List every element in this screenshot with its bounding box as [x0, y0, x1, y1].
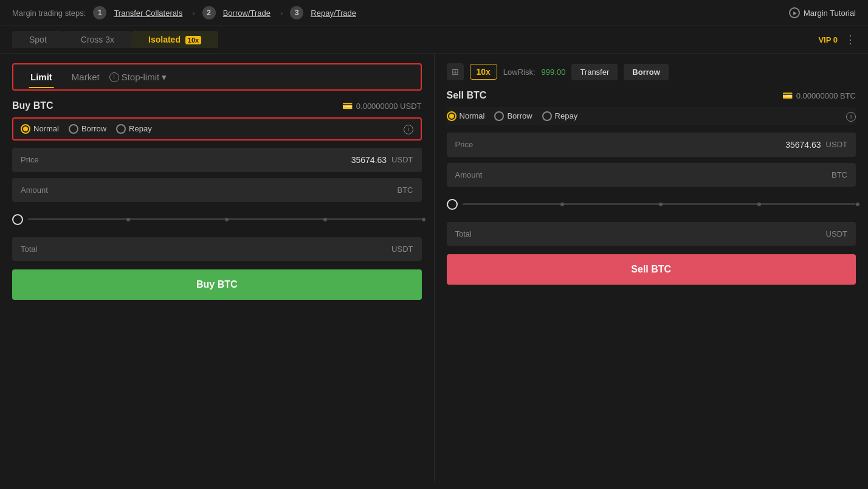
tab-right-actions: VIP 0 ⋮ — [818, 33, 856, 46]
step2-link[interactable]: Borrow/Trade — [223, 9, 270, 18]
vip-badge: VIP 0 — [818, 35, 838, 44]
tab-spot[interactable]: Spot — [12, 31, 64, 48]
buy-slider-tick-1 — [126, 218, 130, 221]
wallet-icon-buy: 💳 — [342, 101, 353, 111]
sell-radio-borrow[interactable]: Borrow — [494, 111, 532, 121]
sell-amount-unit: BTC — [832, 170, 847, 179]
sell-borrow-label: Borrow — [507, 111, 532, 120]
step3-num: 3 — [290, 6, 303, 19]
sell-total-field[interactable]: Total USDT — [447, 222, 856, 246]
sell-amount-right: BTC — [827, 170, 847, 179]
sell-radio-row: Normal Borrow Repay i — [447, 107, 856, 125]
calculator-btn[interactable]: ⊞ — [447, 63, 464, 80]
sell-total-unit: USDT — [826, 229, 847, 238]
main-content: Limit Market i Stop-limit ▾ Buy BTC 💳 0.… — [0, 54, 868, 482]
sell-radio-info[interactable]: i — [846, 111, 856, 122]
top-bar: Margin trading steps: 1 Transfer Collate… — [0, 0, 868, 26]
wallet-icon-sell: 💳 — [782, 91, 793, 100]
buy-slider-row[interactable] — [12, 208, 422, 231]
sell-radio-normal[interactable]: Normal — [447, 111, 485, 121]
play-icon — [789, 7, 800, 18]
stoplimit-arrow: ▾ — [162, 72, 167, 83]
sell-slider-tick-4 — [856, 203, 859, 206]
sell-radio-repay[interactable]: Repay — [542, 111, 578, 121]
sell-repay-circle — [542, 111, 552, 121]
sell-normal-label: Normal — [460, 111, 485, 120]
step-arrow-1: › — [192, 9, 195, 18]
buy-amount-label: Amount — [21, 186, 48, 195]
sell-slider-tick-1 — [560, 203, 564, 206]
sell-repay-label: Repay — [555, 111, 578, 120]
buy-info-circle: i — [404, 125, 413, 134]
buy-repay-circle — [116, 124, 126, 134]
buy-radio-info[interactable]: i — [404, 123, 413, 134]
tab-isolated[interactable]: Isolated 10x — [131, 31, 218, 48]
buy-panel: Limit Market i Stop-limit ▾ Buy BTC 💳 0.… — [0, 54, 435, 482]
buy-normal-label: Normal — [33, 124, 59, 133]
sell-total-label: Total — [455, 229, 472, 238]
sell-amount-field[interactable]: Amount BTC — [447, 163, 856, 187]
lowrisk-label: LowRisk: — [503, 68, 536, 77]
buy-radio-borrow[interactable]: Borrow — [69, 124, 106, 134]
buy-amount-right: BTC — [393, 186, 413, 195]
sell-btc-button[interactable]: Sell BTC — [447, 254, 856, 285]
buy-slider-handle[interactable] — [12, 214, 23, 225]
tab-cross[interactable]: Cross 3x — [64, 31, 131, 48]
order-type-market[interactable]: Market — [62, 69, 109, 85]
right-top-controls: ⊞ 10x LowRisk: 999.00 Transfer Borrow — [447, 63, 856, 80]
buy-btc-button[interactable]: Buy BTC — [12, 269, 422, 300]
buy-radio-normal[interactable]: Normal — [21, 124, 59, 134]
sell-slider-handle[interactable] — [447, 199, 458, 210]
sell-panel: ⊞ 10x LowRisk: 999.00 Transfer Borrow Se… — [435, 54, 869, 482]
buy-price-unit: USDT — [391, 155, 413, 164]
buy-side-label: Buy BTC — [12, 100, 53, 111]
leverage-button[interactable]: 10x — [470, 64, 497, 80]
buy-normal-circle — [21, 124, 30, 134]
buy-total-field[interactable]: Total USDT — [12, 237, 422, 261]
sell-slider-row[interactable] — [447, 193, 856, 216]
step1-num: 1 — [93, 6, 106, 19]
transfer-button[interactable]: Transfer — [571, 64, 618, 80]
sell-price-field[interactable]: Price 35674.63 USDT — [447, 133, 856, 157]
step2-num: 2 — [202, 6, 216, 19]
margin-tutorial-btn[interactable]: Margin Tutorial — [789, 7, 856, 18]
buy-slider-tick-2 — [225, 218, 229, 221]
tutorial-label: Margin Tutorial — [804, 9, 856, 18]
buy-price-label: Price — [21, 155, 39, 164]
order-type-limit[interactable]: Limit — [21, 69, 62, 85]
stoplimit-info-icon: i — [109, 72, 119, 82]
order-type-stoplimit[interactable]: i Stop-limit ▾ — [109, 72, 167, 83]
buy-amount-unit: BTC — [398, 186, 413, 195]
buy-slider-track — [28, 218, 422, 220]
buy-wallet-row: Buy BTC 💳 0.00000000 USDT — [12, 100, 422, 111]
step3-link[interactable]: Repay/Trade — [311, 9, 356, 18]
sell-price-value: 35674.63 — [785, 140, 821, 150]
sell-balance-value: 0.00000000 BTC — [796, 91, 856, 100]
sell-slider-tick-3 — [757, 203, 761, 206]
sell-side-label: Sell BTC — [447, 90, 487, 101]
steps-label: Margin trading steps: — [12, 9, 86, 18]
borrow-button[interactable]: Borrow — [624, 64, 669, 80]
sell-info-circle: i — [846, 112, 856, 122]
sell-slider-tick-2 — [659, 203, 663, 206]
buy-price-value: 35674.63 — [351, 155, 387, 165]
sell-borrow-circle — [494, 111, 504, 121]
sell-slider-track — [463, 203, 856, 205]
buy-wallet-balance: 💳 0.00000000 USDT — [342, 101, 422, 111]
more-options-btn[interactable]: ⋮ — [845, 33, 856, 46]
buy-price-field[interactable]: Price 35674.63 USDT — [12, 148, 422, 172]
order-type-row: Limit Market i Stop-limit ▾ — [12, 63, 422, 91]
sell-amount-label: Amount — [455, 170, 483, 179]
step1-link[interactable]: Transfer Collaterals — [114, 9, 182, 18]
buy-borrow-circle — [69, 124, 78, 134]
buy-radio-repay[interactable]: Repay — [116, 124, 152, 134]
isolated-leverage-badge: 10x — [185, 36, 201, 44]
sell-price-label: Price — [455, 140, 474, 149]
buy-slider-tick-3 — [323, 218, 327, 221]
sell-price-right: 35674.63 USDT — [785, 140, 847, 150]
buy-total-label: Total — [21, 244, 37, 254]
step-arrow-2: › — [280, 9, 283, 18]
buy-borrow-label: Borrow — [81, 124, 106, 133]
buy-radio-row: Normal Borrow Repay i — [12, 117, 422, 140]
buy-amount-field[interactable]: Amount BTC — [12, 178, 422, 202]
